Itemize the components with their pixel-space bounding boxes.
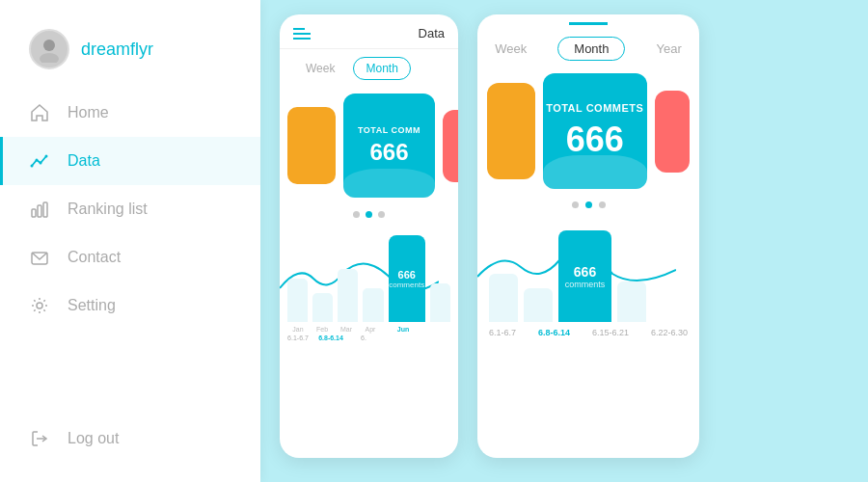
right-card-red [655, 91, 690, 173]
nav-items: Home Data [0, 89, 260, 415]
home-icon [29, 102, 50, 123]
right-phone-tabs: Week Month Year [477, 25, 699, 68]
right-date-1: 6.1-6.7 [489, 328, 516, 337]
left-card-cyan: TOTAL COMM 666 [343, 94, 435, 198]
sidebar-item-data-label: Data [68, 152, 100, 170]
sidebar-item-setting[interactable]: Setting [0, 281, 260, 330]
sidebar-item-ranking[interactable]: Ranking list [0, 185, 260, 233]
dot-1 [353, 211, 360, 218]
right-card-title: TOTAL COMMETS [546, 102, 643, 114]
right-dot-1 [572, 201, 579, 208]
chart-icon [29, 150, 50, 172]
bar-value: 666 [398, 269, 416, 281]
avatar [29, 29, 69, 69]
sidebar-item-contact[interactable]: Contact [0, 233, 260, 281]
tab-year-right[interactable]: Year [640, 38, 696, 60]
left-chart: 666 comments Jan Feb Mar Apr Jun 6.1-6.7… [280, 226, 458, 375]
right-date-2: 6.8-6.14 [538, 328, 570, 337]
svg-point-4 [40, 162, 42, 165]
menu-icon[interactable] [293, 28, 311, 40]
right-date-3: 6.15-6.21 [592, 328, 629, 337]
left-card-title: TOTAL COMM [352, 125, 426, 135]
left-phone-tabs: Week Month [280, 49, 458, 88]
bar-sublabel: comments [389, 281, 424, 289]
sidebar-item-contact-label: Contact [68, 249, 121, 266]
tab-week-right[interactable]: Week [479, 38, 542, 60]
right-bar-3 [617, 281, 646, 322]
right-card-cyan: TOTAL COMMETS 666 [543, 73, 647, 189]
chart-bar-2 [312, 293, 333, 322]
sidebar-item-home[interactable]: Home [0, 89, 260, 137]
dot-2 [366, 211, 372, 218]
sidebar-item-data[interactable]: Data [0, 137, 260, 185]
chart-bar-3 [338, 269, 358, 322]
left-phone: Data Week Month TOTAL COMM 666 [280, 14, 458, 458]
chart-bar-1 [287, 279, 308, 322]
right-dots [477, 194, 699, 216]
svg-rect-7 [38, 205, 41, 217]
right-card-number: 666 [566, 120, 624, 160]
left-phone-title: Data [419, 26, 445, 40]
left-date-labels: 6.1-6.7 6.8-6.14 6. [287, 333, 450, 341]
sidebar-item-setting-label: Setting [68, 297, 116, 314]
x-label-jun: Jun [384, 326, 422, 333]
right-phone: Week Month Year TOTAL COMMETS 666 [477, 14, 699, 458]
logout-icon [29, 428, 50, 449]
date-label-2: 6.8-6.14 [312, 335, 350, 341]
right-bar-2 [524, 288, 553, 322]
date-label-3: 6. [353, 335, 374, 341]
svg-rect-6 [32, 209, 36, 217]
right-chart: 666 comments 6.1-6.7 6.8-6.14 6.15-6.21 … [477, 216, 699, 375]
svg-point-2 [31, 165, 34, 168]
right-cards-area: TOTAL COMMETS 666 [477, 68, 699, 194]
x-label-jan: Jan [287, 326, 309, 333]
left-card-number: 666 [369, 139, 408, 166]
svg-point-0 [43, 40, 55, 51]
right-chart-bars: 666 comments [489, 216, 688, 322]
right-date-labels: 6.1-6.7 6.8-6.14 6.15-6.21 6.22-6.30 [489, 322, 688, 337]
right-bar-value: 666 [574, 264, 596, 280]
left-card-red [443, 110, 458, 182]
svg-rect-8 [43, 202, 47, 217]
right-dot-2 [585, 201, 592, 208]
left-phone-header: Data [280, 14, 458, 49]
sidebar-item-home-label: Home [68, 104, 109, 121]
chart-bar-5 [430, 283, 450, 322]
left-x-labels: Jan Feb Mar Apr Jun [287, 322, 450, 333]
left-dots [280, 203, 458, 226]
left-cards-area: TOTAL COMM 666 [280, 88, 458, 203]
right-bar-sublabel: comments [565, 280, 606, 289]
sidebar-item-logout[interactable]: Log out [0, 415, 260, 463]
main-area: Data Week Month TOTAL COMM 666 [260, 0, 868, 482]
svg-point-5 [45, 155, 48, 158]
bar-chart-icon [29, 199, 50, 220]
left-card-yellow [287, 107, 336, 184]
tab-month-left[interactable]: Month [353, 57, 410, 80]
right-bar-highlight: 666 comments [558, 230, 611, 322]
gear-icon [29, 295, 50, 316]
right-card-yellow [487, 83, 535, 179]
chart-bar-4 [363, 288, 383, 322]
x-label-apr: Apr [360, 326, 381, 333]
right-dot-3 [599, 201, 606, 208]
mail-icon [29, 247, 50, 268]
tab-month-right[interactable]: Month [557, 37, 625, 61]
profile-section: dreamflyr [0, 19, 260, 89]
svg-point-3 [36, 159, 39, 162]
x-label-mar: Mar [336, 326, 357, 333]
tab-week-left[interactable]: Week [293, 57, 347, 80]
x-label-feb: Feb [312, 326, 333, 333]
sidebar-item-ranking-label: Ranking list [68, 201, 148, 218]
date-label-1: 6.1-6.7 [287, 335, 309, 341]
profile-name: dreamflyr [81, 40, 153, 60]
dot-3 [378, 211, 385, 218]
sidebar: dreamflyr Home Data [0, 0, 260, 482]
logout-label: Log out [68, 430, 119, 447]
chart-bar-highlight: 666 comments [389, 235, 425, 322]
svg-point-10 [37, 303, 42, 308]
right-bar-1 [489, 274, 518, 322]
right-date-4: 6.22-6.30 [651, 328, 688, 337]
svg-point-1 [40, 53, 59, 63]
